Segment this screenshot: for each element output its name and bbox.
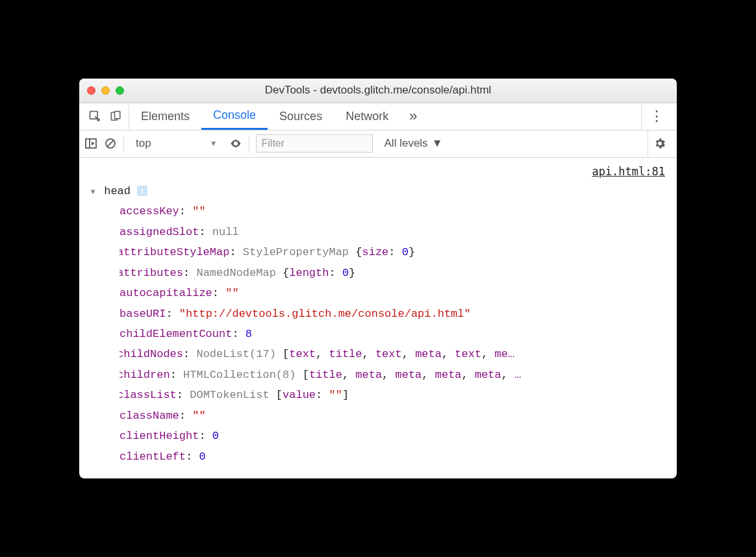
window-title: DevTools - devtools.glitch.me/console/ap… [87, 84, 669, 97]
eye-icon[interactable] [229, 137, 242, 150]
info-icon[interactable]: i [137, 186, 147, 196]
titlebar: DevTools - devtools.glitch.me/console/ap… [79, 79, 677, 103]
tab-sources[interactable]: Sources [268, 103, 334, 130]
caret-down-icon: ▼ [432, 137, 443, 150]
object-name: head [104, 185, 131, 197]
device-icon[interactable] [109, 110, 122, 123]
prop-children[interactable]: children: HTMLCollection(8) [title, meta… [120, 365, 668, 385]
console-toolbar: top ▼ All levels ▼ [79, 130, 677, 158]
prop-assignedSlot[interactable]: assignedSlot: null [120, 222, 668, 242]
expand-arrow-icon[interactable] [88, 185, 97, 199]
console-output: api.html:81 head i accessKey: "" assigne… [79, 158, 677, 478]
tab-network[interactable]: Network [334, 103, 400, 130]
tabbar-icons [84, 103, 129, 130]
prop-baseURI[interactable]: baseURI: "http://devtools.glitch.me/cons… [120, 304, 668, 324]
prop-childElementCount[interactable]: childElementCount: 8 [120, 324, 668, 344]
context-selector[interactable]: top ▼ [131, 137, 223, 150]
divider [249, 136, 249, 152]
clear-console-icon[interactable] [104, 137, 117, 150]
svg-point-6 [234, 143, 236, 145]
prop-attributeStyleMap[interactable]: attributeStyleMap: StylePropertyMap {siz… [120, 242, 668, 262]
traffic-lights [87, 86, 124, 95]
filter-input[interactable] [256, 134, 373, 153]
console-settings-button[interactable] [648, 130, 672, 157]
more-tabs-button[interactable]: » [400, 108, 426, 125]
object-tree-root[interactable]: head i [88, 181, 668, 201]
tab-elements[interactable]: Elements [129, 103, 201, 130]
prop-attributes[interactable]: attributes: NamedNodeMap {length: 0} [120, 263, 668, 283]
divider [123, 136, 124, 152]
source-link[interactable]: api.html:81 [592, 162, 665, 182]
fullscreen-button[interactable] [116, 86, 124, 95]
levels-label: All levels [384, 137, 428, 150]
sidebar-toggle-icon[interactable] [84, 137, 97, 150]
svg-line-5 [107, 140, 114, 147]
settings-kebab[interactable]: ⋮ [641, 103, 672, 130]
svg-rect-2 [115, 112, 120, 119]
prop-className[interactable]: className: "" [120, 406, 668, 426]
panel-tabbar: Elements Console Sources Network » ⋮ [79, 103, 677, 130]
close-button[interactable] [87, 86, 95, 95]
prop-childNodes[interactable]: childNodes: NodeList(17) [text, title, t… [120, 344, 668, 364]
context-label: top [136, 137, 151, 150]
caret-down-icon: ▼ [210, 139, 218, 148]
prop-classList[interactable]: classList: DOMTokenList [value: ""] [120, 385, 668, 405]
devtools-window: DevTools - devtools.glitch.me/console/ap… [79, 79, 677, 478]
property-list: accessKey: "" assignedSlot: null attribu… [120, 201, 668, 467]
tab-console[interactable]: Console [201, 103, 268, 130]
log-level-selector[interactable]: All levels ▼ [379, 137, 448, 150]
minimize-button[interactable] [101, 86, 110, 95]
inspect-icon[interactable] [88, 110, 101, 123]
prop-clientHeight[interactable]: clientHeight: 0 [120, 426, 668, 446]
prop-accessKey[interactable]: accessKey: "" [120, 201, 668, 221]
prop-clientLeft[interactable]: clientLeft: 0 [120, 447, 668, 467]
prop-autocapitalize[interactable]: autocapitalize: "" [120, 283, 668, 303]
